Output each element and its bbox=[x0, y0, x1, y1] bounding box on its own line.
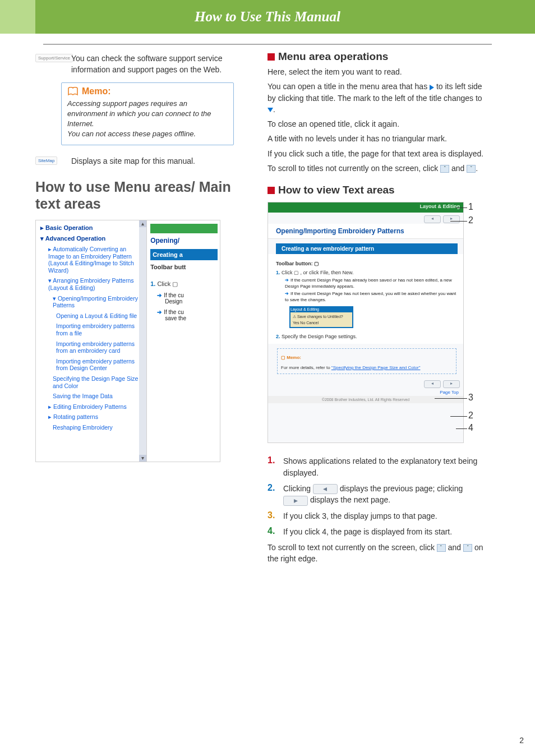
scroll-up-chip-icon: ˄ bbox=[437, 544, 446, 552]
prev-page-icon: ◂ bbox=[424, 380, 441, 388]
list-num-2: 2. bbox=[268, 483, 283, 506]
menu-ops-p4: A title with no levels under it has no t… bbox=[268, 133, 490, 144]
memo-line-1: Accessing support pages requires an envi… bbox=[67, 99, 228, 130]
menu-tree-item: Opening a Layout & Editing file bbox=[40, 311, 140, 321]
support-service-button[interactable]: Support/Service bbox=[35, 54, 73, 62]
rs-title: Opening/Importing Embroidery Patterns bbox=[268, 224, 463, 239]
callout-3: 3 bbox=[468, 393, 473, 403]
menu-ops-p3: To close an opened title, click it again… bbox=[268, 118, 490, 130]
tail-text: To scroll to text not currently on the s… bbox=[268, 542, 490, 565]
screenshot-text-panel: Opening/ Creating a Toolbar butt 1. Clic… bbox=[147, 220, 220, 462]
square-bullet-icon bbox=[268, 187, 275, 194]
page-title: How to Use This Manual bbox=[0, 0, 535, 34]
triangle-down-icon bbox=[268, 108, 273, 112]
rs-memo-link: "Specifying the Design Page Size and Col… bbox=[331, 365, 421, 370]
rs-step1-text: Click ▢ , or click File, then New. bbox=[280, 270, 354, 275]
rs-page-top: Page Top bbox=[268, 389, 463, 396]
list-num-1: 1. bbox=[268, 455, 283, 478]
prev-page-button[interactable]: ◂ bbox=[313, 484, 338, 494]
menu-ops-p1: Here, select the item you want to read. bbox=[268, 66, 490, 77]
rs-step1-num: 1. bbox=[276, 270, 280, 275]
menu-ops-p6: To scroll to titles not currently on the… bbox=[268, 163, 490, 174]
list-num-4: 4. bbox=[268, 526, 283, 537]
menu-tree-item: ▸ Automatically Converting an Image to a… bbox=[40, 244, 140, 275]
menu-tree-item: Importing embroidery patterns from a fil… bbox=[40, 321, 140, 338]
rs-bullet2: If the current Design Page has not been … bbox=[285, 291, 456, 302]
screenshot-note2b: save the bbox=[165, 315, 186, 321]
sitemap-button[interactable]: SiteMap bbox=[35, 156, 57, 165]
menu-tree-item: ▾ Opening/Importing Embroidery Patterns bbox=[40, 293, 140, 311]
menu-tree-item: ▸ Rotating patterns bbox=[40, 412, 140, 422]
rs-bullet1: If the current Design Page has already b… bbox=[285, 278, 452, 288]
text-area-screenshot: Layout & Editing ◂ ▸ Opening/Importing E… bbox=[268, 202, 481, 443]
menu-tree-item: ▸ Basic Operation bbox=[40, 223, 140, 233]
menu-ops-p5: If you click such a title, the page for … bbox=[268, 148, 490, 159]
menu-ops-p2: You can open a title in the menu area th… bbox=[268, 81, 490, 115]
menu-textarea-screenshot: ▴ ▾ ▸ Basic Operation▾ Advanced Operatio… bbox=[35, 220, 220, 462]
section-title: How to use Menu areas/ Main text areas bbox=[35, 178, 234, 212]
callout-2b: 2 bbox=[468, 411, 473, 421]
screenshot-note1b: Design bbox=[165, 298, 182, 305]
screenshot-title: Opening/ bbox=[150, 237, 218, 245]
book-icon bbox=[67, 87, 79, 96]
rs-dialog: Layout & Editing ⚠ Save changes to Untit… bbox=[289, 306, 353, 328]
screenshot-note1: If the cu bbox=[164, 292, 184, 298]
support-text: You can check the software support servi… bbox=[71, 53, 234, 76]
next-page-icon: ▸ bbox=[443, 380, 460, 388]
next-page-icon: ▸ bbox=[443, 215, 460, 223]
screenshot-toolbar-label: Toolbar butt bbox=[150, 264, 218, 270]
prev-page-icon: ◂ bbox=[424, 215, 441, 223]
menu-tree-item: ▾ Arranging Embroidery Patterns (Layout … bbox=[40, 275, 140, 293]
screenshot-step-num: 1. bbox=[150, 280, 155, 287]
arrow-right-icon: ➔ bbox=[157, 292, 162, 298]
screenshot-menu-panel: ▴ ▾ ▸ Basic Operation▾ Advanced Operatio… bbox=[36, 220, 147, 462]
menu-tree-item: ▾ Advanced Operation bbox=[40, 233, 140, 244]
rs-step2-num: 2. bbox=[276, 334, 280, 339]
scroll-down-icon: ▾ bbox=[139, 455, 146, 462]
arrow-right-icon: ➔ bbox=[285, 278, 289, 283]
memo-line-2: You can not access these pages offline. bbox=[67, 129, 228, 139]
menu-tree-item: Saving the Image Data bbox=[40, 391, 140, 402]
rs-pager-top: ◂ ▸ bbox=[268, 213, 463, 224]
menu-tree-item: ▸ Editing Embroidery Patterns bbox=[40, 402, 140, 412]
screenshot-scrollbar: ▴ ▾ bbox=[139, 220, 146, 462]
scroll-up-icon: ▴ bbox=[139, 220, 146, 227]
memo-box: Memo: Accessing support pages requires a… bbox=[61, 82, 234, 146]
menu-area-operations-heading: Menu area operations bbox=[278, 50, 388, 63]
screenshot-app-bar bbox=[150, 224, 218, 233]
next-page-button[interactable]: ▸ bbox=[283, 496, 308, 506]
scroll-down-chip-icon: ˅ bbox=[463, 544, 472, 552]
scroll-up-chip-icon: ˄ bbox=[440, 165, 449, 173]
callout-1: 1 bbox=[468, 202, 473, 212]
screenshot-section-bar: Creating a bbox=[150, 249, 218, 260]
callout-4: 4 bbox=[468, 423, 473, 433]
rs-pager-bottom: ◂ ▸ bbox=[268, 377, 463, 389]
menu-tree-item: Specifying the Design Page Size and Colo… bbox=[40, 374, 140, 391]
rs-step2-text: Specify the Design Page settings. bbox=[280, 334, 357, 339]
rs-toolbar: Toolbar button: ▢ bbox=[276, 261, 458, 266]
rs-section: Creating a new embroidery pattern bbox=[276, 243, 458, 254]
header-bar: How to Use This Manual bbox=[0, 0, 535, 34]
memo-heading: Memo: bbox=[67, 86, 228, 96]
sitemap-text: Displays a site map for this manual. bbox=[71, 155, 195, 167]
rs-appbar: Layout & Editing bbox=[268, 202, 463, 213]
triangle-right-icon bbox=[430, 85, 434, 90]
scroll-down-chip-icon: ˅ bbox=[467, 165, 476, 173]
page-number: 2 bbox=[519, 736, 524, 745]
callout-2: 2 bbox=[468, 215, 473, 225]
arrow-right-icon: ➔ bbox=[157, 309, 162, 315]
list-text-2: Clicking ◂ displays the previous page; c… bbox=[283, 483, 490, 506]
list-text-3: If you click 3, the display jumps to tha… bbox=[283, 510, 437, 522]
list-text-4: If you click 4, the page is displayed fr… bbox=[283, 526, 452, 537]
list-num-3: 3. bbox=[268, 510, 283, 522]
menu-tree-item: Importing embroidery patterns from an em… bbox=[40, 339, 140, 356]
list-text-1: Shows applications related to the explan… bbox=[283, 455, 490, 478]
rs-copyright: ©2008 Brother Industries, Ltd. All Right… bbox=[268, 396, 463, 403]
menu-tree-item: Reshaping Embroidery bbox=[40, 422, 140, 433]
screenshot-step-text: Click ▢ bbox=[157, 280, 178, 287]
arrow-right-icon: ➔ bbox=[285, 291, 289, 296]
menu-tree-item: Importing embroidery patterns from Desig… bbox=[40, 356, 140, 374]
rs-memo: ▢ Memo: For more details, refer to "Spec… bbox=[277, 348, 456, 374]
screenshot-note2: If the cu bbox=[164, 309, 184, 315]
text-areas-heading: How to view Text areas bbox=[278, 184, 395, 196]
